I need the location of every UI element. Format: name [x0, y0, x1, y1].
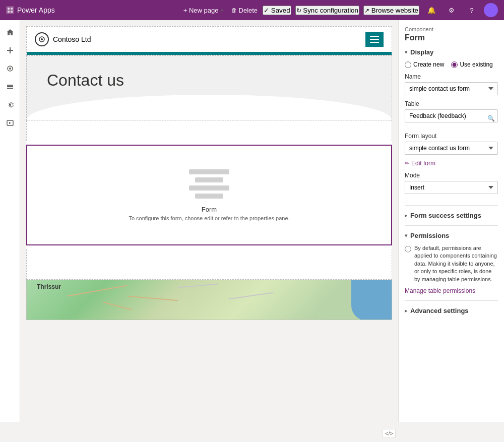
svg-rect-5 — [7, 88, 13, 89]
sidebar-home-button[interactable] — [2, 24, 18, 40]
sidebar-components-button[interactable] — [2, 60, 18, 77]
app-logo-icon — [6, 6, 14, 14]
use-existing-radio-label[interactable]: Use existing — [451, 61, 492, 68]
form-layout-select[interactable]: simple contact us form — [405, 142, 498, 155]
bottom-spacer — [26, 249, 392, 280]
delete-button[interactable]: 🗑 Delete — [231, 7, 258, 14]
create-new-label: Create new — [413, 61, 444, 68]
help-icon: ? — [470, 7, 473, 14]
browse-website-label: Browse website — [371, 7, 418, 14]
form-placeholder-label: Form — [202, 206, 217, 213]
permissions-info: ⓘ By default, permissions are applied to… — [405, 244, 498, 283]
mode-select[interactable]: Insert — [405, 181, 498, 194]
chevron-down-icon — [221, 8, 223, 13]
edit-form-label: Edit form — [411, 160, 435, 167]
site-header-section[interactable]: Contoso Ltd — [26, 26, 392, 55]
notifications-button[interactable]: 🔔 — [423, 2, 439, 18]
info-icon: ⓘ — [405, 245, 411, 283]
display-section-header[interactable]: Display — [405, 48, 498, 56]
svg-point-8 — [41, 38, 43, 40]
manage-permissions-link[interactable]: Manage table permissions — [405, 287, 498, 294]
panel-component-label: Component — [405, 26, 498, 32]
create-mode-radio-group: Create new Use existing — [405, 61, 498, 68]
delete-label: Delete — [239, 7, 258, 14]
table-input-wrapper: 🔍 — [405, 109, 498, 128]
saved-button[interactable]: ✓ Saved — [263, 6, 291, 15]
sidebar-add-button[interactable] — [2, 42, 18, 58]
form-icon-line-2 — [195, 177, 223, 182]
site-name: Contoso Ltd — [53, 35, 91, 43]
map-overlay: Thrissur — [27, 280, 392, 320]
browse-website-button[interactable]: ↗ Browse website — [363, 6, 419, 15]
map-city-label: Thrissur — [37, 283, 61, 290]
logo-circle-icon — [38, 36, 45, 43]
topbar: Power Apps + New page 🗑 Delete ✓ Saved ↻… — [0, 0, 504, 20]
external-link-icon: ↗ — [364, 7, 369, 14]
permissions-chevron-icon — [405, 233, 407, 238]
form-placeholder-text: To configure this form, choose edit or r… — [129, 215, 289, 221]
components-icon — [6, 65, 14, 73]
divider-1 — [405, 205, 498, 206]
right-panel: Component Form Display Create new Use ex… — [398, 20, 504, 422]
left-sidebar — [0, 20, 20, 422]
canvas-content: Contoso Ltd Contact us — [26, 26, 392, 320]
new-page-label: + New page — [183, 7, 219, 14]
form-success-section-header[interactable]: Form success settings — [405, 212, 498, 219]
svg-rect-4 — [7, 86, 13, 87]
search-icon: 🔍 — [487, 115, 495, 122]
sidebar-settings-button[interactable] — [2, 97, 18, 113]
create-new-radio[interactable] — [405, 61, 411, 68]
use-existing-radio[interactable] — [451, 61, 458, 68]
form-icon-line-3 — [189, 185, 229, 191]
permissions-text: By default, permissions are applied to c… — [414, 244, 498, 283]
hamburger-line-2 — [370, 39, 379, 40]
settings-button[interactable]: ⚙ — [444, 2, 460, 18]
app-logo: Power Apps — [6, 6, 55, 14]
form-icon-line-1 — [189, 169, 229, 174]
map-section[interactable]: Thrissur — [26, 280, 392, 320]
help-button[interactable]: ? — [464, 2, 480, 18]
display-section-label: Display — [410, 48, 433, 56]
app-name: Power Apps — [17, 6, 55, 14]
hamburger-line-3 — [370, 42, 379, 43]
section-spacer — [26, 120, 392, 141]
form-section[interactable]: Form To configure this form, choose edit… — [26, 145, 392, 245]
mode-field-label: Mode — [405, 172, 498, 179]
hamburger-button[interactable] — [365, 32, 384, 47]
map-water — [351, 280, 392, 320]
hero-title: Contact us — [47, 71, 371, 90]
bell-icon: 🔔 — [427, 7, 436, 14]
topbar-actions: + New page 🗑 Delete — [183, 7, 258, 14]
settings-icon — [6, 101, 14, 109]
table-search-input[interactable] — [405, 109, 498, 122]
form-placeholder-icon — [189, 169, 229, 200]
sidebar-media-button[interactable] — [2, 115, 18, 131]
topbar-icons: ✓ Saved ↻ Sync configuration ↗ Browse we… — [263, 2, 498, 18]
media-icon — [6, 119, 14, 127]
user-avatar[interactable] — [484, 3, 498, 17]
site-logo: Contoso Ltd — [35, 32, 91, 46]
checkmark-icon: ✓ — [264, 7, 269, 14]
use-existing-label: Use existing — [460, 61, 492, 68]
canvas-area[interactable]: Contoso Ltd Contact us — [20, 20, 398, 422]
hero-section[interactable]: Contact us — [26, 55, 392, 120]
edit-form-link[interactable]: ✏ Edit form — [405, 160, 498, 167]
form-success-label: Form success settings — [410, 212, 481, 219]
svg-rect-3 — [7, 85, 13, 86]
advanced-settings-section-header[interactable]: Advanced settings — [405, 307, 498, 314]
svg-rect-0 — [6, 6, 14, 14]
new-page-button[interactable]: + New page — [183, 7, 223, 14]
site-header: Contoso Ltd — [27, 27, 392, 52]
name-select[interactable]: simple contact us form — [405, 82, 498, 95]
permissions-section-header[interactable]: Permissions — [405, 232, 498, 239]
pencil-icon: ✏ — [405, 160, 409, 167]
divider-2 — [405, 225, 498, 226]
name-field-label: Name — [405, 73, 498, 80]
sync-config-button[interactable]: ↻ Sync configuration — [295, 6, 359, 15]
manage-permissions-label: Manage table permissions — [405, 287, 475, 294]
saved-label: Saved — [271, 7, 290, 14]
form-success-chevron-icon — [405, 213, 407, 218]
svg-point-2 — [9, 68, 11, 70]
sidebar-data-button[interactable] — [2, 79, 18, 95]
create-new-radio-label[interactable]: Create new — [405, 61, 444, 68]
